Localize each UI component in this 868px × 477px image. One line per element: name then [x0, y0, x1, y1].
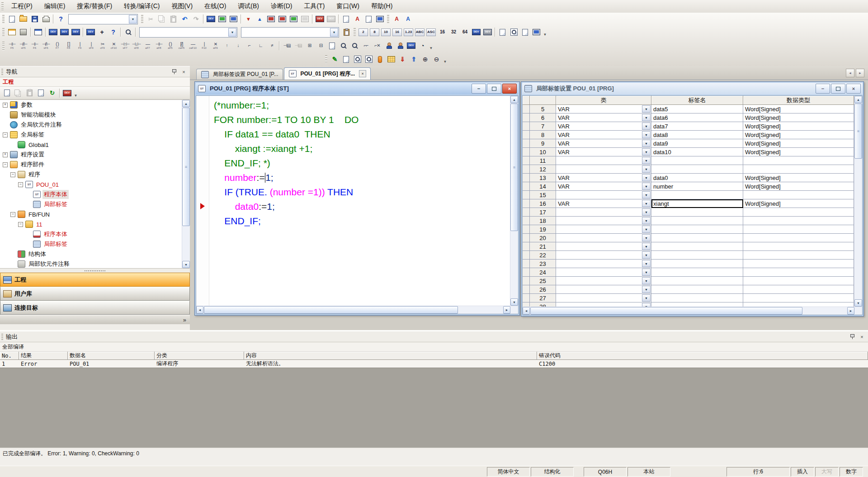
- nav-view-button-project[interactable]: 工程: [0, 273, 190, 287]
- nav-splitter[interactable]: [0, 269, 190, 273]
- minimize-icon[interactable]: −: [472, 84, 486, 94]
- docking-window-icon[interactable]: [33, 27, 43, 38]
- monitor-stop-icon[interactable]: [277, 14, 288, 24]
- tab-program-body[interactable]: POU_01 [PRG] 程序... ×: [284, 67, 371, 80]
- label-name-cell[interactable]: [651, 285, 743, 294]
- ladder-hline-del-icon[interactable]: ⊣⊢aF8: [154, 41, 164, 51]
- data-type-cell[interactable]: [743, 191, 854, 199]
- tab-close-icon[interactable]: ×: [359, 70, 366, 77]
- close-icon[interactable]: ×: [858, 333, 866, 340]
- label-name-cell[interactable]: data5: [651, 105, 743, 113]
- zoom-out-icon[interactable]: [431, 54, 442, 65]
- data-property-icon[interactable]: [36, 88, 46, 98]
- replace-combo[interactable]: ▼: [241, 27, 339, 38]
- row-number-cell[interactable]: 22: [530, 251, 556, 260]
- navigation-window-icon[interactable]: [7, 27, 17, 38]
- restore-icon[interactable]: [487, 84, 501, 94]
- code-line[interactable]: IF (TRUE. (number =1)) THEN: [214, 185, 510, 199]
- class-cell[interactable]: ▼: [556, 268, 651, 277]
- ladder-coil2-icon[interactable]: ( )aF5: [165, 41, 175, 51]
- combo-dropdown-icon[interactable]: ▼: [330, 28, 338, 37]
- output-column-4[interactable]: 内容: [244, 352, 537, 360]
- tree-item-fb-program-body[interactable]: 程序本体: [0, 229, 182, 239]
- tree-expand-icon[interactable]: −: [3, 132, 8, 137]
- edit-block2-icon[interactable]: ⊟: [316, 41, 326, 51]
- scroll-left-icon[interactable]: ◄: [523, 307, 530, 315]
- device-batch-icon[interactable]: [85, 27, 96, 38]
- write-to-plc-icon[interactable]: [243, 14, 254, 24]
- row-number-cell[interactable]: 14: [530, 182, 556, 191]
- class-dropdown-icon[interactable]: ▼: [642, 200, 651, 207]
- tree-item-program[interactable]: −程序: [0, 170, 182, 179]
- row-number-cell[interactable]: 5: [530, 105, 556, 113]
- data-type-cell[interactable]: [743, 165, 854, 174]
- data-type-cell[interactable]: Word[Signed]: [743, 139, 854, 148]
- tree-item-fb-11[interactable]: −11: [0, 219, 182, 229]
- inline-st-icon[interactable]: ⊣▤: [282, 41, 292, 51]
- tab-scroll-right-icon[interactable]: ►: [856, 69, 864, 77]
- toolbar-overflow-icon[interactable]: ▼: [442, 54, 448, 65]
- menu-grip[interactable]: [1, 2, 4, 11]
- label-name-cell[interactable]: [651, 165, 743, 174]
- class-dropdown-icon[interactable]: ▼: [642, 251, 651, 259]
- copy-icon[interactable]: [157, 14, 167, 24]
- statement-list-icon[interactable]: [363, 14, 374, 24]
- menu-item-debug[interactable]: 调试(B): [232, 0, 265, 13]
- menu-item-tools[interactable]: 工具(T): [298, 0, 330, 13]
- row-number-cell[interactable]: 16: [530, 199, 556, 208]
- redo-icon[interactable]: [191, 14, 201, 24]
- data-type-cell[interactable]: Word[Signed]: [743, 113, 854, 122]
- class-cell[interactable]: ▼: [556, 217, 651, 225]
- label-name-cell[interactable]: [651, 217, 743, 225]
- ladder-pulse-down-icon[interactable]: ⊣↓⊢sF8: [131, 41, 142, 51]
- class-dropdown-icon[interactable]: ▼: [642, 243, 651, 250]
- display-hex-icon[interactable]: 16: [392, 27, 402, 38]
- data-type-cell[interactable]: [743, 217, 854, 225]
- data-type-cell[interactable]: [743, 294, 854, 302]
- class-cell[interactable]: VAR▼: [556, 148, 651, 156]
- ladder-open-branch-icon[interactable]: ⊣⊢F6: [29, 41, 40, 51]
- label-b-icon[interactable]: [403, 14, 413, 24]
- row-number-cell[interactable]: 11: [530, 156, 556, 165]
- find-paste-icon[interactable]: [341, 27, 352, 38]
- ladder-del-icon[interactable]: ✕cF10: [108, 41, 119, 51]
- class-cell[interactable]: ▼: [556, 208, 651, 217]
- label-name-cell[interactable]: data6: [651, 113, 743, 122]
- row-number-cell[interactable]: 25: [530, 277, 556, 285]
- tree-expand-icon[interactable]: −: [18, 182, 23, 187]
- tree-expand-icon[interactable]: +: [3, 152, 8, 157]
- find-prev-icon[interactable]: [338, 41, 349, 51]
- row-number-cell[interactable]: 8: [530, 131, 556, 139]
- tree-item-pou[interactable]: −程序部件: [0, 160, 182, 170]
- data-type-cell[interactable]: Word[Signed]: [743, 182, 854, 191]
- output-column-0[interactable]: No.: [0, 352, 19, 360]
- ladder-close-contact-icon[interactable]: ⊣/⊢sF5: [18, 41, 28, 51]
- row-number-cell[interactable]: 13: [530, 174, 556, 182]
- scroll-down-icon[interactable]: ▼: [182, 261, 190, 268]
- scroll-down-icon[interactable]: ▼: [510, 298, 518, 306]
- class-cell[interactable]: ▼: [556, 225, 651, 234]
- label-name-cell[interactable]: [651, 268, 743, 277]
- label-name-cell[interactable]: data0: [651, 174, 743, 182]
- refresh-icon[interactable]: [47, 88, 57, 98]
- label-name-cell[interactable]: xiangt: [651, 199, 743, 208]
- cross-reference-icon[interactable]: [97, 27, 107, 38]
- doc-edit-icon[interactable]: [327, 41, 337, 51]
- scroll-up-icon[interactable]: ▲: [854, 96, 862, 103]
- label-name-cell[interactable]: [651, 260, 743, 268]
- tree-expand-icon[interactable]: −: [10, 212, 15, 217]
- find-combo[interactable]: ▼: [139, 27, 237, 38]
- monitor-off-icon[interactable]: [300, 14, 310, 24]
- statement-edit-icon[interactable]: [341, 14, 351, 24]
- tree-scrollbar[interactable]: ▲ ▼: [182, 100, 190, 268]
- wire-draw-icon[interactable]: ⌐⌐: [361, 41, 371, 51]
- device-display-icon[interactable]: [315, 14, 325, 24]
- st-window-titlebar[interactable]: POU_01 [PRG] 程序本体 [ST] − ×: [196, 83, 519, 94]
- undo-icon[interactable]: [179, 14, 190, 24]
- data-type-cell[interactable]: [743, 285, 854, 294]
- scroll-down-icon[interactable]: ▼: [854, 299, 862, 307]
- edit-block1-icon[interactable]: ⊞: [304, 41, 315, 51]
- paste-icon[interactable]: [168, 14, 179, 24]
- class-dropdown-icon[interactable]: ▼: [642, 294, 651, 302]
- read-header-icon[interactable]: [409, 54, 419, 65]
